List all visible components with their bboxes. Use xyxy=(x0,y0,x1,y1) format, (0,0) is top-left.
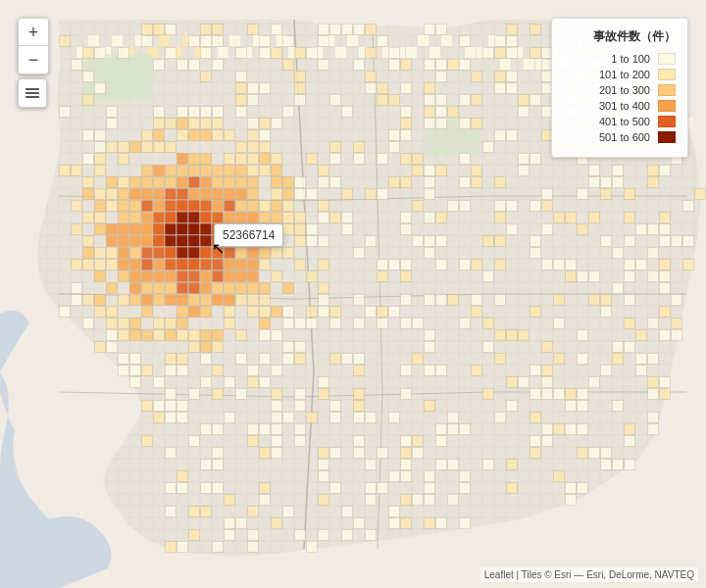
legend: 事故件数（件） 1 to 100 101 to 200 201 to 300 3… xyxy=(551,18,688,158)
svg-rect-19 xyxy=(200,212,211,222)
svg-rect-5 xyxy=(188,235,199,246)
svg-rect-91 xyxy=(25,88,39,90)
svg-rect-79 xyxy=(500,59,511,70)
layers-icon xyxy=(24,84,41,102)
svg-rect-46 xyxy=(277,35,287,46)
svg-rect-6 xyxy=(165,223,176,234)
svg-rect-41 xyxy=(159,35,170,46)
svg-rect-54 xyxy=(512,47,523,58)
svg-rect-89 xyxy=(83,54,152,103)
svg-rect-14 xyxy=(153,223,164,234)
map-attribution: Leaflet | Tiles © Esri — Esri, DeLorme, … xyxy=(480,567,698,582)
svg-rect-71 xyxy=(312,47,323,58)
legend-item-5: 401 to 500 xyxy=(564,116,676,127)
svg-rect-75 xyxy=(406,47,417,58)
legend-item-6: 501 to 600 xyxy=(564,131,676,143)
svg-rect-34 xyxy=(165,200,176,211)
legend-color-5 xyxy=(658,116,676,127)
svg-rect-38 xyxy=(88,35,99,46)
zoom-in-button[interactable]: + xyxy=(19,19,48,46)
svg-rect-8 xyxy=(165,235,176,246)
legend-color-2 xyxy=(658,69,676,80)
svg-rect-10 xyxy=(176,212,187,222)
svg-rect-11 xyxy=(188,212,199,222)
legend-item-1: 1 to 100 xyxy=(564,53,676,65)
map-container[interactable]: + − 事故件数（件） 1 to 100 101 to 200 201 to 3… xyxy=(0,0,706,588)
svg-rect-55 xyxy=(535,59,546,70)
legend-label-3: 201 to 300 xyxy=(599,84,650,96)
svg-rect-53 xyxy=(488,35,499,46)
tooltip-value: 52366714 xyxy=(223,228,275,242)
svg-rect-72 xyxy=(335,47,346,58)
svg-rect-33 xyxy=(212,247,223,258)
svg-rect-45 xyxy=(253,35,264,46)
svg-rect-21 xyxy=(200,247,211,258)
svg-rect-13 xyxy=(188,247,199,258)
svg-rect-18 xyxy=(165,212,176,222)
map-tooltip: 52366714 xyxy=(214,223,283,247)
svg-rect-20 xyxy=(165,247,176,258)
svg-rect-3 xyxy=(188,223,199,234)
svg-rect-9 xyxy=(200,235,211,246)
legend-color-1 xyxy=(658,53,676,65)
svg-rect-40 xyxy=(135,35,146,46)
svg-rect-74 xyxy=(382,47,393,58)
svg-rect-35 xyxy=(200,200,211,211)
svg-rect-36 xyxy=(165,259,176,270)
legend-item-4: 301 to 400 xyxy=(564,100,676,112)
svg-rect-68 xyxy=(241,47,252,58)
svg-rect-37 xyxy=(200,259,211,270)
svg-rect-65 xyxy=(171,47,181,58)
layers-button[interactable] xyxy=(18,78,47,108)
legend-item-3: 201 to 300 xyxy=(564,84,676,96)
legend-color-6 xyxy=(658,131,676,143)
svg-rect-52 xyxy=(465,47,476,58)
svg-rect-70 xyxy=(288,47,299,58)
svg-rect-44 xyxy=(229,35,240,46)
legend-label-1: 1 to 100 xyxy=(611,53,650,65)
svg-rect-26 xyxy=(141,223,152,234)
svg-rect-66 xyxy=(194,47,205,58)
legend-item-2: 101 to 200 xyxy=(564,69,676,80)
svg-rect-32 xyxy=(153,247,164,258)
svg-rect-30 xyxy=(153,212,164,222)
legend-label-5: 401 to 500 xyxy=(599,116,650,127)
svg-rect-92 xyxy=(25,92,39,94)
svg-rect-16 xyxy=(153,235,164,246)
svg-rect-69 xyxy=(265,47,276,58)
svg-rect-48 xyxy=(347,35,358,46)
svg-rect-23 xyxy=(188,200,199,211)
svg-rect-80 xyxy=(524,59,534,70)
zoom-controls: + − xyxy=(18,18,49,74)
legend-label-6: 501 to 600 xyxy=(599,131,650,143)
svg-rect-22 xyxy=(176,200,187,211)
svg-rect-12 xyxy=(176,247,187,258)
svg-rect-93 xyxy=(25,96,39,98)
legend-label-2: 101 to 200 xyxy=(599,69,650,80)
legend-color-3 xyxy=(658,84,676,96)
svg-rect-7 xyxy=(200,223,211,234)
svg-rect-77 xyxy=(453,59,464,70)
svg-rect-67 xyxy=(218,47,228,58)
svg-rect-31 xyxy=(212,212,223,222)
svg-rect-49 xyxy=(394,47,405,58)
svg-rect-73 xyxy=(359,47,370,58)
svg-rect-78 xyxy=(477,47,487,58)
svg-rect-4 xyxy=(176,235,187,246)
svg-rect-25 xyxy=(188,259,199,270)
svg-rect-51 xyxy=(441,35,452,46)
svg-rect-50 xyxy=(418,35,429,46)
svg-rect-24 xyxy=(176,259,187,270)
legend-title: 事故件数（件） xyxy=(564,28,676,45)
legend-label-4: 301 to 400 xyxy=(599,100,650,112)
svg-rect-2 xyxy=(176,223,187,234)
svg-rect-76 xyxy=(429,47,440,58)
svg-rect-47 xyxy=(324,35,334,46)
svg-rect-43 xyxy=(206,35,217,46)
svg-rect-39 xyxy=(112,35,123,46)
legend-color-4 xyxy=(658,100,676,112)
svg-rect-90 xyxy=(427,118,480,157)
svg-rect-28 xyxy=(141,235,152,246)
svg-rect-42 xyxy=(182,35,193,46)
zoom-out-button[interactable]: − xyxy=(19,46,48,74)
